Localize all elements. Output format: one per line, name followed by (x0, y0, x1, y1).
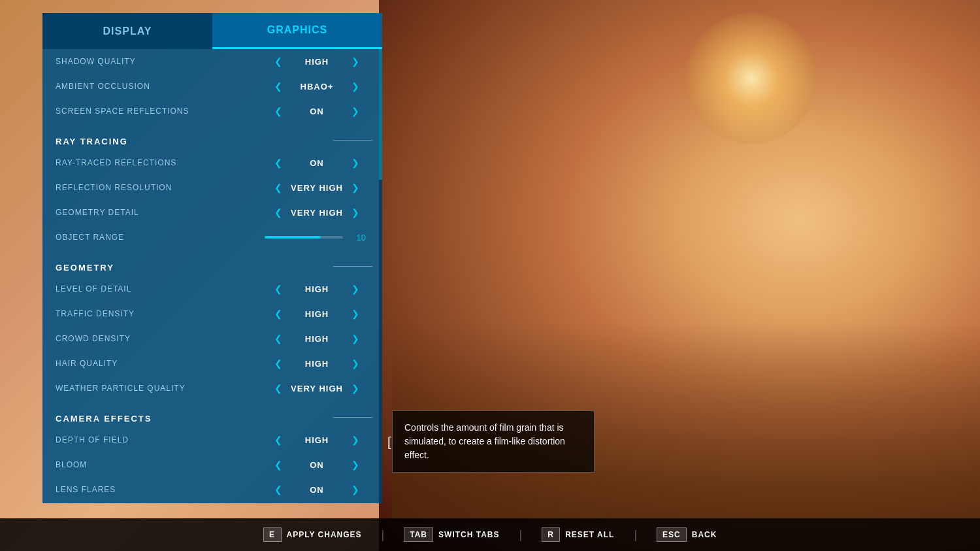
crowd-density-right[interactable]: ❯ (348, 332, 363, 345)
reflection-resolution-left[interactable]: ❮ (271, 181, 286, 194)
apply-changes-action: E APPLY CHANGES (263, 527, 362, 542)
ambient-occlusion-right[interactable]: ❯ (348, 80, 363, 93)
apply-label: APPLY CHANGES (287, 530, 362, 539)
switch-key-badge: TAB (404, 527, 433, 542)
object-range-slider[interactable] (265, 236, 343, 239)
level-of-detail-left[interactable]: ❮ (271, 282, 286, 295)
setting-row-ray-traced-reflections: RAY-TRACED REFLECTIONS ❮ ON ❯ (42, 150, 382, 175)
screen-space-reflections-left[interactable]: ❮ (271, 105, 286, 118)
setting-row-lens-flares: LENS FLARES ❮ ON ❯ (42, 477, 382, 502)
screen-space-reflections-right[interactable]: ❯ (348, 105, 363, 118)
tooltip-text: Controls the amount of film grain that i… (404, 421, 582, 462)
tabs-container: DISPLAY GRAPHICS (42, 13, 382, 49)
setting-row-bloom: BLOOM ❮ ON ❯ (42, 452, 382, 477)
section-camera-effects: CAMERA EFFECTS (42, 406, 382, 427)
bottom-bar: E APPLY CHANGES | TAB SWITCH TABS | R RE… (0, 518, 980, 551)
lens-flares-left[interactable]: ❮ (271, 483, 286, 496)
setting-row-ambient-occlusion: AMBIENT OCCLUSION ❮ HBAO+ ❯ (42, 74, 382, 99)
hair-quality-left[interactable]: ❮ (271, 357, 286, 370)
switch-tabs-action: TAB SWITCH TABS (404, 527, 499, 542)
bloom-left[interactable]: ❮ (271, 458, 286, 471)
tab-display[interactable]: DISPLAY (42, 13, 212, 49)
setting-row-chromatic-aberration: CHROMATIC ABERRATION ❮ ON ❯ (42, 502, 382, 503)
sun-effect (686, 13, 817, 144)
level-of-detail-right[interactable]: ❯ (348, 282, 363, 295)
back-action[interactable]: ESC BACK (657, 527, 717, 542)
shadow-quality-left[interactable]: ❮ (271, 55, 286, 68)
tooltip-bracket: [ (387, 434, 391, 449)
setting-row-shadow-quality: SHADOW QUALITY ❮ HIGH ❯ (42, 49, 382, 74)
reset-all-action[interactable]: R RESET ALL (542, 527, 614, 542)
settings-panel: DISPLAY GRAPHICS SHADOW QUALITY ❮ HIGH ❯… (42, 13, 382, 503)
separator-1: | (382, 528, 385, 542)
traffic-density-left[interactable]: ❮ (271, 307, 286, 320)
scroll-thumb (379, 49, 382, 180)
setting-row-traffic-density: TRAFFIC DENSITY ❮ HIGH ❯ (42, 301, 382, 326)
geometry-detail-left[interactable]: ❮ (271, 206, 286, 219)
hair-quality-right[interactable]: ❯ (348, 357, 363, 370)
shadow-quality-right[interactable]: ❯ (348, 55, 363, 68)
crowd-density-left[interactable]: ❮ (271, 332, 286, 345)
tooltip-box: [ Controls the amount of film grain that… (392, 410, 595, 473)
setting-row-crowd-density: CROWD DENSITY ❮ HIGH ❯ (42, 326, 382, 351)
depth-of-field-right[interactable]: ❯ (348, 433, 363, 446)
separator-2: | (519, 528, 522, 542)
separator-3: | (634, 528, 637, 542)
apply-key-badge: E (263, 527, 282, 542)
setting-row-reflection-resolution: REFLECTION RESOLUTION ❮ VERY HIGH ❯ (42, 175, 382, 200)
section-geometry: GEOMETRY (42, 255, 382, 276)
weather-particle-quality-left[interactable]: ❮ (271, 382, 286, 395)
bloom-right[interactable]: ❯ (348, 458, 363, 471)
switch-label: SWITCH TABS (438, 530, 499, 539)
reflection-resolution-right[interactable]: ❯ (348, 181, 363, 194)
traffic-density-right[interactable]: ❯ (348, 307, 363, 320)
section-ray-tracing: RAY TRACING (42, 129, 382, 150)
weather-particle-quality-right[interactable]: ❯ (348, 382, 363, 395)
setting-row-geometry-detail: GEOMETRY DETAIL ❮ VERY HIGH ❯ (42, 200, 382, 225)
tab-graphics[interactable]: GRAPHICS (212, 13, 382, 49)
setting-row-depth-of-field: DEPTH OF FIELD ❮ HIGH ❯ (42, 427, 382, 452)
lens-flares-right[interactable]: ❯ (348, 483, 363, 496)
setting-row-object-range: OBJECT RANGE 10 (42, 225, 382, 250)
ray-traced-reflections-left[interactable]: ❮ (271, 156, 286, 169)
setting-row-screen-space-reflections: SCREEN SPACE REFLECTIONS ❮ ON ❯ (42, 99, 382, 124)
setting-row-level-of-detail: LEVEL OF DETAIL ❮ HIGH ❯ (42, 276, 382, 301)
ambient-occlusion-left[interactable]: ❮ (271, 80, 286, 93)
reset-key-badge: R (542, 527, 560, 542)
back-label: BACK (692, 530, 717, 539)
geometry-detail-right[interactable]: ❯ (348, 206, 363, 219)
back-key-badge: ESC (657, 527, 687, 542)
setting-row-hair-quality: HAIR QUALITY ❮ HIGH ❯ (42, 351, 382, 376)
depth-of-field-left[interactable]: ❮ (271, 433, 286, 446)
settings-content[interactable]: SHADOW QUALITY ❮ HIGH ❯ AMBIENT OCCLUSIO… (42, 49, 382, 503)
reset-label: RESET ALL (565, 530, 614, 539)
ray-traced-reflections-right[interactable]: ❯ (348, 156, 363, 169)
setting-row-weather-particle-quality: WEATHER PARTICLE QUALITY ❮ VERY HIGH ❯ (42, 376, 382, 401)
